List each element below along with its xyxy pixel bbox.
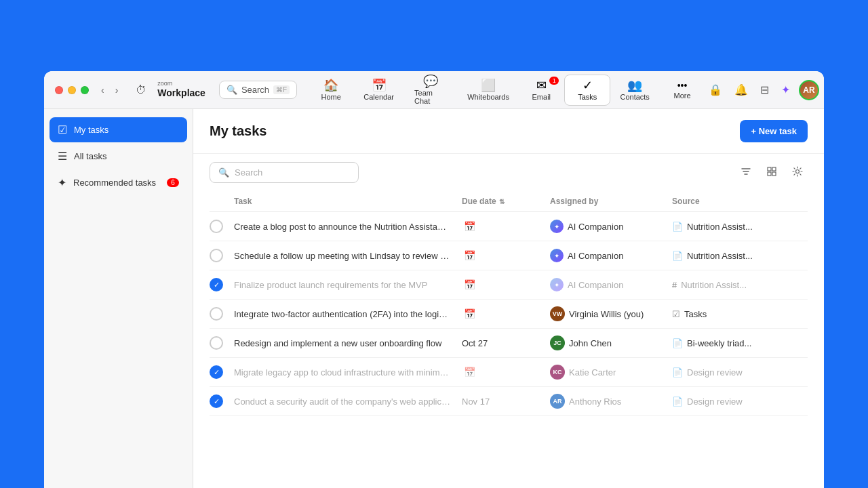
calendar-icon: 📅 — [372, 79, 387, 92]
zoom-brand: zoom Workplace — [157, 81, 205, 99]
task-checkbox-2[interactable] — [210, 249, 223, 262]
navigation-arrows: ‹ › — [97, 82, 122, 98]
whiteboards-icon: ⬜ — [481, 79, 496, 92]
sidebar-item-my-tasks[interactable]: ☑ My tasks — [50, 117, 187, 142]
task-name-7: Conduct a security audit of the company'… — [234, 396, 462, 407]
add-date-button-2[interactable]: 📅 — [462, 248, 477, 263]
traffic-lights — [55, 86, 89, 94]
zoom-label: zoom — [157, 81, 205, 87]
sidebar-item-all-tasks[interactable]: ☰ All tasks — [50, 144, 187, 169]
task-search-icon: 🔍 — [218, 167, 229, 178]
ai-companion-icon-3: ✦ — [550, 278, 564, 291]
tab-whiteboards[interactable]: ⬜ Whiteboards — [458, 75, 519, 105]
due-date-4: 📅 — [462, 306, 550, 321]
source-doc-icon-7: 📄 — [672, 396, 683, 407]
tab-more[interactable]: ••• More — [659, 77, 705, 104]
task-checkbox-4[interactable] — [210, 307, 223, 321]
assigned-label-6: Katie Carter — [569, 367, 616, 378]
team-chat-icon: 💬 — [423, 75, 438, 87]
task-search[interactable]: 🔍 — [210, 162, 359, 183]
source-doc-icon-6: 📄 — [672, 367, 683, 378]
due-date-7: Nov 17 — [462, 396, 550, 407]
task-checkbox-6[interactable]: ✓ — [210, 365, 223, 379]
new-task-button[interactable]: + New task — [740, 120, 808, 142]
history-button[interactable]: ⏱ — [130, 81, 152, 99]
th-task-label: Task — [234, 197, 252, 206]
source-label-5: Bi-weekly triad... — [687, 338, 751, 348]
th-task: Task — [234, 197, 462, 206]
ai-companion-button[interactable]: ✦ — [778, 80, 793, 100]
filter-button[interactable] — [736, 163, 756, 183]
tab-more-label: More — [674, 92, 691, 100]
content-header: My tasks + New task — [193, 109, 824, 154]
svg-rect-1 — [772, 167, 776, 171]
assigned-label-5: John Chen — [569, 338, 612, 348]
add-date-button-6[interactable]: 📅 — [462, 365, 477, 380]
assigned-5: JC John Chen — [550, 336, 672, 350]
svg-rect-3 — [772, 172, 776, 176]
recommended-label: Recommended tasks — [73, 178, 160, 188]
source-7: 📄 Design review — [672, 396, 808, 407]
user-avatar[interactable]: AR — [799, 80, 819, 100]
task-name-6: Migrate legacy app to cloud infrastructu… — [234, 367, 462, 378]
notifications-button[interactable]: 🔔 — [731, 80, 751, 100]
all-tasks-icon: ☰ — [58, 150, 67, 163]
source-1: 📄 Nutrition Assist... — [672, 222, 808, 232]
th-source: Source — [672, 197, 808, 206]
tab-calendar[interactable]: 📅 Calendar — [354, 75, 403, 105]
th-assigned: Assigned by — [550, 197, 672, 206]
more-icon: ••• — [677, 81, 688, 90]
source-label-7: Design review — [687, 396, 743, 407]
source-label-1: Nutrition Assist... — [687, 222, 753, 232]
due-date-1: 📅 — [462, 219, 550, 234]
tab-tasks[interactable]: ✓ Tasks — [564, 75, 610, 106]
add-date-button-4[interactable]: 📅 — [462, 306, 477, 321]
task-checkbox-1[interactable] — [210, 220, 223, 233]
due-date-6: 📅 — [462, 365, 550, 380]
back-button[interactable]: ‹ — [97, 82, 108, 98]
source-label-2: Nutrition Assist... — [687, 251, 753, 261]
tab-email[interactable]: 1 ✉ Email — [518, 75, 564, 105]
user-avatar-6: KC — [550, 365, 565, 380]
task-checkbox-3[interactable]: ✓ — [210, 278, 223, 291]
add-date-button-1[interactable]: 📅 — [462, 219, 477, 234]
tab-team-chat-label: Team Chat — [414, 89, 448, 105]
main-content: ☑ My tasks ☰ All tasks ✦ Recommended tas… — [44, 109, 824, 488]
task-checkbox-7[interactable]: ✓ — [210, 394, 223, 408]
svg-point-4 — [796, 169, 800, 173]
source-doc-icon-5: 📄 — [672, 338, 683, 348]
view-toggle-button[interactable] — [762, 163, 782, 183]
vault-button[interactable]: 🔒 — [705, 80, 726, 100]
minimize-icon[interactable] — [68, 86, 76, 94]
settings-button[interactable] — [787, 163, 808, 183]
fullscreen-icon[interactable] — [81, 86, 89, 94]
sidebar-item-recommended[interactable]: ✦ Recommended tasks 6 — [50, 170, 187, 195]
task-name-2: Schedule a follow up meeting with Lindsa… — [234, 251, 462, 261]
content-pane: My tasks + New task 🔍 — [193, 109, 824, 488]
th-due-date-label: Due date — [462, 197, 496, 206]
task-search-input[interactable] — [235, 167, 350, 178]
task-checkbox-5[interactable] — [210, 336, 223, 350]
source-2: 📄 Nutrition Assist... — [672, 251, 808, 261]
source-doc-icon-1: 📄 — [672, 222, 683, 232]
forward-button[interactable]: › — [111, 82, 123, 98]
ai-companion-icon-1: ✦ — [550, 220, 564, 233]
tab-calendar-label: Calendar — [363, 93, 394, 101]
assigned-3: ✦ AI Companion — [550, 278, 672, 291]
title-bar: ‹ › ⏱ zoom Workplace 🔍 Search ⌘F 🏠 Home — [44, 71, 824, 109]
source-6: 📄 Design review — [672, 367, 808, 378]
tasks-icon: ✓ — [583, 79, 593, 92]
tab-contacts[interactable]: 👥 Contacts — [610, 75, 659, 105]
th-due-date[interactable]: Due date ⇅ — [462, 197, 550, 206]
sidebar-toggle-button[interactable]: ⊟ — [757, 80, 772, 100]
due-date-2: 📅 — [462, 248, 550, 263]
table-row: Integrate two-factor authentication (2FA… — [210, 300, 808, 329]
add-date-button-3[interactable]: 📅 — [462, 277, 477, 292]
global-search[interactable]: 🔍 Search ⌘F — [219, 81, 297, 99]
table-row: Create a blog post to announce the Nutri… — [210, 212, 808, 241]
tab-home[interactable]: 🏠 Home — [308, 75, 354, 105]
close-icon[interactable] — [55, 86, 63, 94]
table-row: ✓ Finalize product launch requirements f… — [210, 270, 808, 300]
tab-team-chat[interactable]: 💬 Team Chat — [403, 71, 458, 109]
table-row: ✓ Conduct a security audit of the compan… — [210, 387, 808, 416]
